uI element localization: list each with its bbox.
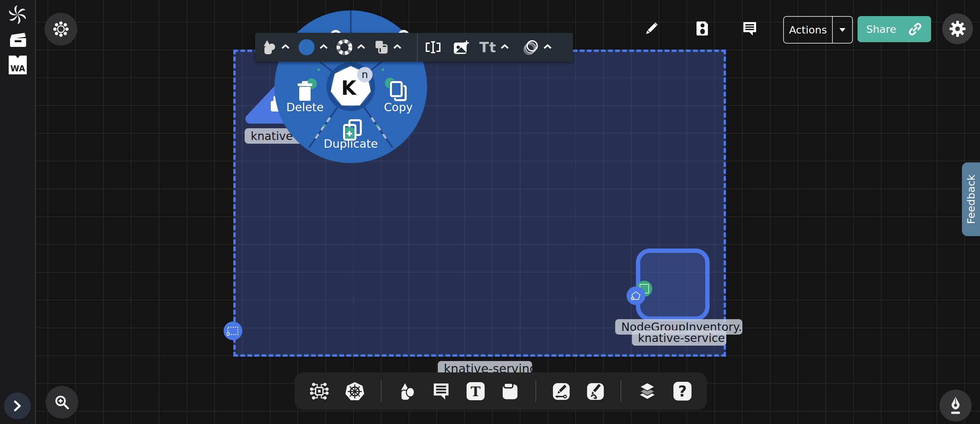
- archive-icon[interactable]: [9, 31, 27, 47]
- circuit-node-tool[interactable]: [310, 382, 329, 400]
- gear-icon: [949, 20, 966, 38]
- knative-badge-letter: n: [361, 69, 368, 80]
- shape-style-icon[interactable]: [262, 40, 277, 55]
- pen-nib-icon: [948, 396, 963, 415]
- save-icon[interactable]: [695, 20, 711, 37]
- lasso-handle[interactable]: [224, 322, 242, 340]
- zoom-in-button[interactable]: [46, 386, 78, 419]
- object-style-toolbar: Tt: [255, 33, 573, 62]
- lasso-icon: [227, 326, 239, 336]
- shapes-tool[interactable]: [398, 381, 416, 401]
- feedback-tab[interactable]: Feedback: [962, 163, 980, 236]
- chevron-up-icon[interactable]: [357, 44, 366, 51]
- toolbar-divider: [381, 380, 382, 402]
- add-image-icon[interactable]: [452, 39, 469, 55]
- frame-tool[interactable]: [501, 382, 519, 400]
- chevron-up-icon[interactable]: [281, 44, 290, 51]
- text-width-icon[interactable]: [425, 40, 441, 54]
- text-tool-label: T: [471, 384, 480, 399]
- toolbar-divider: [417, 33, 418, 62]
- pen-freehand-tool[interactable]: [586, 382, 605, 400]
- toolbar-divider: [620, 380, 621, 402]
- opacity-circles-icon[interactable]: [522, 38, 539, 56]
- magnifier-plus-icon: [54, 394, 70, 410]
- chevron-right-icon: [13, 400, 22, 411]
- share-label: Share: [866, 23, 896, 35]
- webassembly-icon[interactable]: WA: [9, 56, 27, 74]
- typography-icon[interactable]: Tt: [479, 39, 496, 56]
- layers-tool[interactable]: [637, 381, 657, 401]
- isoflow-logo[interactable]: [7, 5, 27, 25]
- chevron-up-icon[interactable]: [319, 44, 328, 51]
- k8s-letter: K: [341, 77, 357, 99]
- actions-dropdown[interactable]: [833, 27, 852, 32]
- kubernetes-tool[interactable]: [345, 381, 365, 401]
- comments-icon[interactable]: [741, 20, 758, 37]
- pen-straight-tool[interactable]: [552, 382, 570, 400]
- radial-item-delete[interactable]: Delete: [286, 100, 324, 114]
- help-label: ?: [678, 383, 687, 400]
- radial-item-duplicate[interactable]: Duplicate: [324, 137, 378, 150]
- actions-button[interactable]: Actions: [783, 16, 853, 43]
- pen-tool-button[interactable]: [940, 389, 972, 422]
- comment-tool[interactable]: [432, 382, 450, 400]
- share-button[interactable]: Share: [858, 16, 931, 42]
- group-objects-icon[interactable]: [374, 40, 389, 55]
- chevron-up-icon[interactable]: [393, 44, 402, 51]
- radial-item-copy[interactable]: Copy: [384, 100, 413, 114]
- actions-label: Actions: [784, 24, 832, 36]
- cluster-icon: [52, 21, 69, 38]
- caret-down-icon: [839, 27, 846, 32]
- pentagon-icon: [630, 290, 642, 302]
- main-menu-button[interactable]: [45, 13, 77, 46]
- toolbar-divider: [536, 380, 536, 402]
- stroke-style-icon[interactable]: [336, 39, 353, 56]
- help-tool[interactable]: ?: [673, 382, 692, 400]
- left-sidebar: WA: [0, 0, 36, 424]
- chevron-up-icon[interactable]: [500, 44, 509, 51]
- settings-button[interactable]: [942, 13, 973, 44]
- wa-label: WA: [10, 63, 25, 74]
- node-badge-knative: [627, 286, 645, 305]
- link-icon: [908, 22, 923, 37]
- edit-pencil-icon[interactable]: [643, 21, 659, 37]
- feedback-label: Feedback: [965, 174, 977, 224]
- chevron-up-icon[interactable]: [543, 44, 552, 51]
- tools-toolbar: T: [294, 372, 707, 410]
- text-tool[interactable]: T: [466, 382, 485, 400]
- fill-color-swatch[interactable]: [298, 38, 315, 56]
- expand-sidebar-button[interactable]: [4, 392, 31, 419]
- node-name-label: knative-service: [632, 330, 726, 346]
